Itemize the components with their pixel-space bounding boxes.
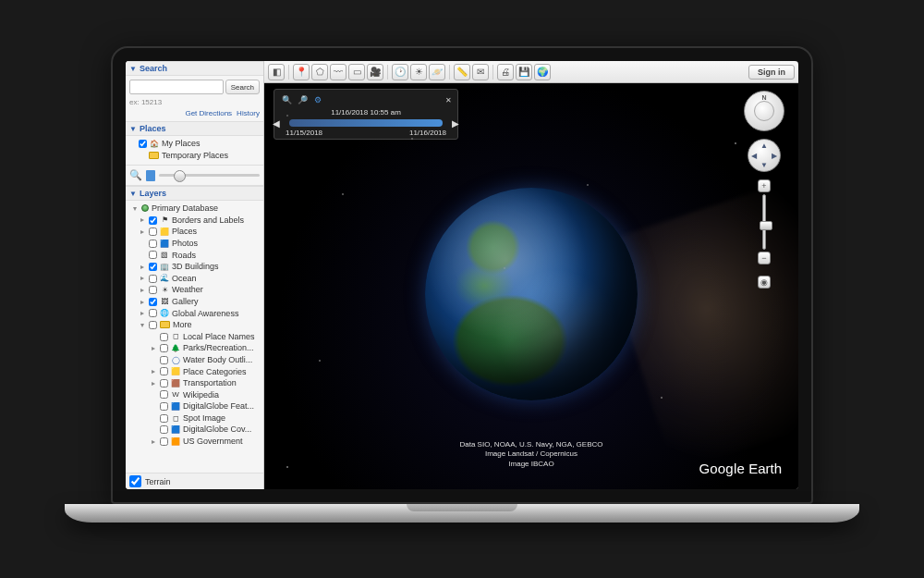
time-start-label: 11/15/2018 — [286, 129, 322, 137]
tree-icon: 🌲 — [171, 344, 180, 353]
layer-wikipedia[interactable]: WWikipedia — [128, 389, 261, 401]
view-in-maps-button[interactable]: 🌍 — [534, 64, 551, 80]
app-window: ▼ Search Search ex: 15213 Get Directions… — [126, 61, 798, 489]
checkbox[interactable] — [139, 140, 147, 148]
pan-right-icon[interactable]: ▶ — [772, 152, 777, 160]
layer-water-body[interactable]: ◯Water Body Outli... — [128, 354, 261, 366]
layer-weather[interactable]: ▸☀Weather — [128, 284, 261, 296]
wikipedia-icon: W — [171, 390, 180, 400]
layer-us-government[interactable]: ▸🟧US Government — [128, 436, 261, 448]
search-hint: ex: 15213 — [129, 98, 260, 106]
expand-icon[interactable]: ▾ — [139, 320, 146, 330]
save-image-button[interactable]: 💾 — [516, 64, 532, 80]
zoom-out-time-icon[interactable]: 🔍 — [280, 93, 293, 106]
time-current-label: 11/16/2018 10:55 am — [280, 108, 452, 117]
flag-icon: ⚑ — [160, 215, 169, 225]
globe-viewport[interactable]: 🔍 🔎 ⚙ ✕ 11/16/2018 10:55 am ◀ ▶ — [264, 83, 798, 489]
terrain-checkbox[interactable] — [129, 475, 141, 487]
layer-spot-image[interactable]: ◻Spot Image — [128, 412, 261, 424]
layers-heading: Layers — [140, 189, 166, 198]
time-next-icon[interactable]: ▶ — [452, 118, 459, 129]
pan-left-icon[interactable]: ◀ — [751, 152, 757, 160]
street-view-button[interactable]: ◉ — [758, 276, 771, 289]
time-prev-icon[interactable]: ◀ — [273, 118, 280, 129]
imagery-attribution: Data SIO, NOAA, U.S. Navy, NGA, GEBCO Im… — [460, 440, 603, 469]
terrain-label: Terrain — [145, 477, 171, 486]
layer-gallery[interactable]: ▸🖼Gallery — [128, 296, 261, 308]
history-link[interactable]: History — [237, 109, 260, 117]
placemark-button[interactable]: 📍 — [293, 64, 310, 80]
layer-roads[interactable]: ▧Roads — [128, 250, 261, 262]
layer-photos[interactable]: 🟦Photos — [128, 238, 261, 250]
pan-control[interactable]: ▲ ▼ ◀ ▶ — [748, 139, 781, 172]
layer-dg-featured[interactable]: 🟦DigitalGlobe Feat... — [128, 400, 261, 412]
close-icon[interactable]: ✕ — [445, 96, 452, 105]
photo-icon: 🟦 — [160, 239, 169, 248]
zoom-out-button[interactable]: − — [758, 252, 771, 264]
polygon-button[interactable]: ⬠ — [311, 64, 328, 80]
path-button[interactable]: 〰 — [330, 64, 346, 80]
collapse-icon: ▼ — [129, 65, 137, 73]
ocean-icon: 🌊 — [160, 274, 169, 283]
collapse-icon: ▼ — [129, 125, 137, 133]
layer-borders[interactable]: ▸⚑Borders and Labels — [128, 215, 261, 227]
time-slider[interactable]: 🔍 🔎 ⚙ ✕ 11/16/2018 10:55 am ◀ ▶ — [274, 89, 458, 140]
road-icon: ▧ — [160, 251, 169, 260]
hide-sidebar-button[interactable]: ◧ — [268, 64, 285, 80]
pan-down-icon[interactable]: ▼ — [760, 161, 768, 169]
sign-in-button[interactable]: Sign in — [748, 65, 795, 80]
image-overlay-button[interactable]: ▭ — [348, 64, 365, 80]
time-end-label: 11/16/2018 — [409, 129, 446, 137]
pan-up-icon[interactable]: ▲ — [760, 141, 768, 150]
sunlight-button[interactable]: ☀ — [410, 64, 427, 80]
layer-terrain[interactable]: Terrain — [126, 473, 263, 489]
layer-places[interactable]: ▸🟨Places — [128, 226, 261, 238]
layer-local-names[interactable]: ◻Local Place Names — [128, 331, 261, 343]
milky-way-backdrop — [600, 179, 798, 471]
earth-globe[interactable] — [425, 188, 638, 400]
primary-db-label: Primary Database — [152, 203, 218, 215]
opacity-slider[interactable] — [159, 174, 260, 177]
get-directions-link[interactable]: Get Directions — [185, 109, 232, 117]
expand-icon[interactable]: ▾ — [131, 203, 139, 214]
main-area: ◧ 📍 ⬠ 〰 ▭ 🎥 🕑 ☀ 🪐 📏 ✉ — [264, 61, 798, 489]
email-button[interactable]: ✉ — [472, 64, 489, 80]
temp-places-label: Temporary Places — [162, 150, 228, 162]
layer-3d-buildings[interactable]: ▸🏢3D Buildings — [128, 261, 261, 273]
weather-icon: ☀ — [160, 286, 169, 295]
print-button[interactable]: 🖨 — [497, 64, 514, 80]
globe-icon: 🌐 — [160, 309, 169, 318]
record-tour-button[interactable]: 🎥 — [367, 64, 383, 80]
building-icon: 🏢 — [160, 262, 169, 271]
time-track[interactable] — [289, 119, 443, 127]
layer-global-awareness[interactable]: ▸🌐Global Awareness — [128, 308, 261, 320]
search-button[interactable]: Search — [225, 80, 260, 94]
primary-db-node[interactable]: ▾ Primary Database — [128, 203, 261, 215]
layer-place-categories[interactable]: ▸🟨Place Categories — [128, 366, 261, 378]
layer-dg-coverage[interactable]: 🟦DigitalGlobe Cov... — [128, 424, 261, 436]
zoom-in-time-icon[interactable]: 🔎 — [296, 93, 309, 106]
layer-transportation[interactable]: ▸🟫Transportation — [128, 377, 261, 389]
folder-icon — [160, 321, 170, 328]
my-places-node[interactable]: 🏠 My Places — [128, 138, 261, 150]
time-settings-icon[interactable]: ⚙ — [311, 93, 324, 106]
historical-imagery-button[interactable]: 🕑 — [392, 64, 408, 80]
planets-button[interactable]: 🪐 — [429, 64, 445, 80]
outline-icon: ◯ — [171, 355, 180, 364]
laptop-base — [65, 504, 859, 523]
temp-places-node[interactable]: Temporary Places — [128, 150, 261, 162]
places-icon: 🟨 — [160, 228, 169, 237]
search-section-header[interactable]: ▼ Search — [126, 61, 263, 76]
layers-section-header[interactable]: ▼ Layers — [126, 186, 263, 201]
zoom-slider[interactable] — [762, 194, 766, 250]
zoom-in-button[interactable]: + — [758, 179, 771, 192]
ruler-button[interactable]: 📏 — [454, 64, 470, 80]
search-input[interactable] — [129, 80, 224, 94]
places-section-header[interactable]: ▼ Places — [126, 121, 263, 136]
layer-ocean[interactable]: ▸🌊Ocean — [128, 273, 261, 285]
collapse-icon: ▼ — [129, 190, 137, 198]
layer-parks[interactable]: ▸🌲Parks/Recreation... — [128, 342, 261, 354]
look-compass[interactable] — [744, 91, 784, 131]
search-icon[interactable]: 🔍 — [129, 169, 142, 181]
layer-more[interactable]: ▾More — [128, 319, 261, 331]
